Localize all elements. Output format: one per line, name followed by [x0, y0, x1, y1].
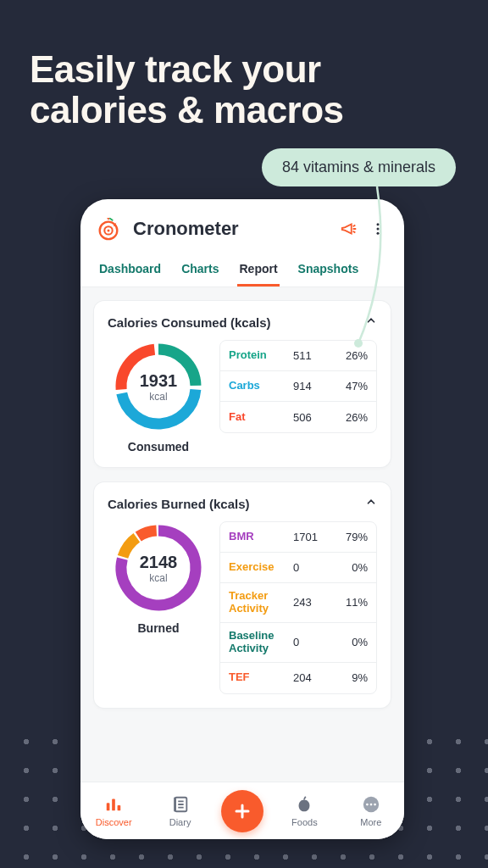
report-content: Calories Consumed (kcals) 1931 kcal Cons… [80, 287, 404, 782]
row-percent: 47% [334, 380, 368, 392]
app-header: Cronometer [80, 199, 404, 250]
row-value: 914 [293, 380, 329, 392]
bottom-nav: Discover Diary Foods More [80, 782, 404, 839]
svg-point-4 [377, 223, 380, 225]
burned-table: BMR170179%Exercise00%Tracker Activity243… [219, 521, 377, 694]
row-label: Fat [229, 411, 288, 424]
card-title: Calories Burned (kcals) [108, 497, 250, 511]
burned-label: Burned [138, 621, 180, 635]
row-value: 0 [293, 561, 329, 574]
row-label: Exercise [229, 561, 288, 574]
burned-unit: kcal [149, 572, 167, 584]
tab-report[interactable]: Report [237, 255, 279, 287]
svg-rect-9 [118, 805, 121, 810]
table-row: Carbs91447% [220, 371, 376, 402]
table-row: Tracker Activity24311% [220, 583, 376, 623]
tab-bar: Dashboard Charts Report Snapshots [80, 250, 404, 287]
chevron-up-icon[interactable] [365, 314, 377, 330]
row-percent: 0% [334, 561, 368, 574]
card-title: Calories Consumed (kcals) [108, 315, 271, 330]
row-label: Baseline Activity [229, 630, 288, 655]
more-options-icon[interactable] [367, 218, 389, 240]
discover-icon [103, 794, 124, 815]
announcements-icon[interactable] [340, 220, 358, 238]
row-percent: 9% [334, 671, 368, 684]
add-button[interactable] [221, 790, 263, 832]
row-label: Protein [229, 349, 288, 362]
nav-more[interactable]: More [346, 794, 396, 827]
row-value: 243 [293, 596, 329, 609]
calories-consumed-card: Calories Consumed (kcals) 1931 kcal Cons… [94, 301, 391, 467]
consumed-donut-chart: 1931 kcal [112, 340, 205, 433]
tab-charts[interactable]: Charts [180, 255, 220, 287]
row-value: 506 [293, 411, 329, 424]
nav-label: Discover [96, 817, 132, 827]
row-value: 511 [293, 349, 329, 362]
svg-rect-7 [107, 803, 110, 810]
svg-point-6 [377, 232, 380, 235]
svg-point-3 [108, 229, 110, 231]
burned-value: 2148 [140, 553, 178, 572]
phone-frame: Cronometer Dashboard Charts Report Snaps… [80, 199, 404, 839]
nav-diary[interactable]: Diary [155, 794, 206, 827]
consumed-value: 1931 [140, 371, 178, 391]
table-row: TEF2049% [220, 663, 376, 693]
row-label: BMR [229, 531, 288, 543]
row-value: 1701 [293, 531, 329, 543]
row-percent: 79% [334, 531, 368, 543]
promo-headline: Easily track your calories & macros [0, 0, 488, 131]
row-percent: 0% [334, 636, 368, 648]
calories-burned-card: Calories Burned (kcals) 2148 kcal Burned [94, 482, 391, 708]
row-percent: 26% [334, 349, 368, 362]
tab-snapshots[interactable]: Snapshots [297, 255, 361, 287]
svg-point-19 [369, 804, 372, 806]
chevron-up-icon[interactable] [365, 496, 377, 511]
app-name: Cronometer [133, 218, 331, 240]
nav-label: Diary [169, 817, 191, 827]
vitamins-badge: 84 vitamins & minerals [262, 148, 456, 186]
row-percent: 26% [334, 411, 368, 424]
table-row: Exercise00% [220, 553, 376, 583]
row-label: Tracker Activity [229, 590, 288, 615]
more-icon [361, 794, 381, 815]
diary-icon [170, 794, 191, 815]
svg-point-5 [377, 228, 380, 231]
table-row: Fat50626% [220, 402, 376, 432]
tab-dashboard[interactable]: Dashboard [97, 255, 163, 287]
row-percent: 11% [334, 596, 368, 609]
row-label: TEF [229, 671, 288, 684]
burned-donut-chart: 2148 kcal [112, 521, 205, 615]
row-label: Carbs [229, 380, 288, 392]
consumed-label: Consumed [128, 440, 189, 453]
row-value: 0 [293, 636, 329, 648]
cronometer-logo-icon [96, 216, 121, 242]
nav-foods[interactable]: Foods [279, 794, 330, 827]
nav-label: Foods [291, 817, 318, 827]
svg-point-20 [374, 804, 376, 806]
table-row: Baseline Activity00% [220, 623, 376, 663]
consumed-unit: kcal [149, 391, 167, 403]
table-row: Protein51126% [220, 341, 376, 371]
consumed-table: Protein51126%Carbs91447%Fat50626% [219, 340, 377, 433]
nav-discover[interactable]: Discover [88, 794, 139, 827]
foods-icon [294, 794, 314, 815]
nav-label: More [360, 817, 381, 827]
svg-rect-8 [112, 799, 115, 811]
svg-point-18 [366, 804, 369, 806]
table-row: BMR170179% [220, 522, 376, 553]
row-value: 204 [293, 671, 329, 684]
